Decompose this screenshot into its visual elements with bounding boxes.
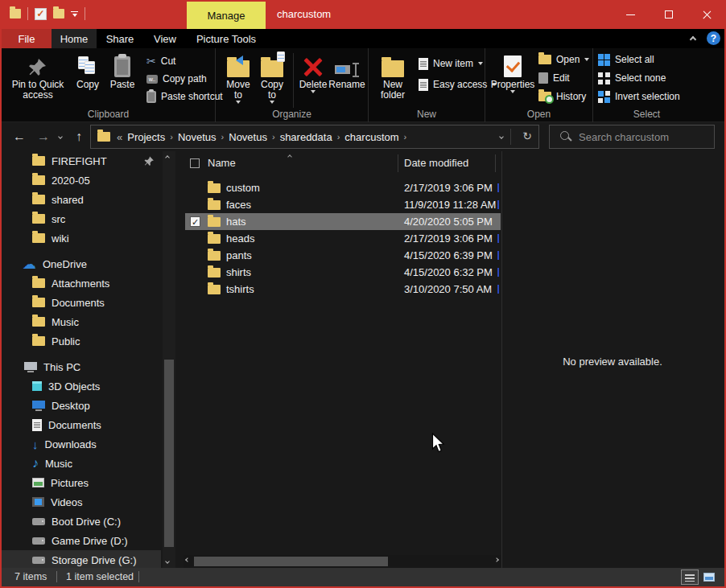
cut-label: Cut bbox=[161, 56, 176, 67]
pin-to-quick-access-button[interactable]: Pin to Quick access bbox=[6, 50, 69, 101]
copy-path-button[interactable]: w.. Copy path bbox=[146, 70, 207, 88]
qat-checkmark-icon[interactable]: ✓ bbox=[35, 8, 47, 20]
new-item-button[interactable]: New item bbox=[419, 55, 483, 72]
column-separator[interactable] bbox=[398, 154, 398, 172]
close-button[interactable] bbox=[688, 0, 726, 29]
copy-to-button[interactable]: Copy to bbox=[256, 50, 288, 104]
sidebar-item-storage-drive[interactable]: Storage Drive (G:) bbox=[2, 550, 161, 568]
properties-button[interactable]: Properties bbox=[490, 50, 535, 93]
scroll-left-icon[interactable] bbox=[185, 557, 190, 562]
edit-button[interactable]: Edit bbox=[538, 69, 570, 87]
rename-button[interactable]: Rename bbox=[327, 50, 367, 90]
sidebar-item-wiki[interactable]: wiki bbox=[2, 228, 161, 248]
delete-button[interactable]: Delete bbox=[296, 50, 330, 93]
back-button[interactable]: ← bbox=[8, 125, 31, 148]
contextual-tab-manage[interactable]: Manage bbox=[187, 2, 266, 29]
sidebar-item-firefight[interactable]: FIREFIGHT bbox=[2, 151, 161, 171]
breadcrumb-segment[interactable]: Novetus bbox=[225, 131, 270, 143]
search-box[interactable] bbox=[549, 125, 715, 149]
sidebar-item-onedrive[interactable]: ☁ OneDrive bbox=[2, 254, 161, 273]
close-icon bbox=[702, 10, 712, 20]
qat-customize-icon[interactable] bbox=[71, 11, 78, 17]
refresh-icon[interactable]: ↻ bbox=[522, 130, 532, 142]
breadcrumb[interactable]: « Projects › Novetus › Novetus › sharedd… bbox=[90, 125, 539, 149]
large-icons-view-button[interactable] bbox=[700, 569, 718, 585]
minimize-button[interactable] bbox=[612, 0, 650, 29]
breadcrumb-segment[interactable]: Novetus bbox=[175, 131, 220, 143]
horizontal-scrollbar-thumb[interactable] bbox=[194, 557, 388, 566]
breadcrumb-segment-current[interactable]: charcustom bbox=[341, 131, 402, 143]
select-all-checkbox[interactable] bbox=[190, 158, 200, 168]
this-pc-icon bbox=[24, 362, 37, 372]
file-row-tshirts[interactable]: tshirts 3/10/2020 7:50 AM bbox=[185, 281, 501, 298]
sidebar-item-3d-objects[interactable]: 3D Objects bbox=[2, 376, 161, 396]
column-separator[interactable] bbox=[495, 154, 496, 172]
sidebar-scrollbar[interactable] bbox=[163, 151, 175, 568]
select-none-button[interactable]: Select none bbox=[598, 69, 666, 87]
file-row-faces[interactable]: faces 11/9/2019 11:28 AM bbox=[185, 196, 501, 213]
maximize-button[interactable] bbox=[650, 0, 687, 29]
address-dropdown-icon[interactable] bbox=[499, 134, 504, 139]
tab-share[interactable]: Share bbox=[97, 29, 143, 48]
paste-button[interactable]: Paste bbox=[105, 50, 140, 90]
sidebar-item-this-pc[interactable]: This PC bbox=[2, 357, 161, 376]
sidebar-item-boot-drive[interactable]: Boot Drive (C:) bbox=[2, 512, 161, 531]
paste-shortcut-button[interactable]: Paste shortcut bbox=[146, 88, 223, 105]
pin-icon bbox=[28, 50, 47, 77]
invert-selection-button[interactable]: Invert selection bbox=[598, 88, 680, 105]
history-button[interactable]: History bbox=[538, 88, 586, 105]
sidebar-item-src[interactable]: src bbox=[2, 209, 161, 228]
details-view-button[interactable] bbox=[681, 569, 699, 585]
sidebar-item-videos[interactable]: Videos bbox=[2, 492, 161, 512]
tab-picture-tools[interactable]: Picture Tools bbox=[187, 29, 266, 48]
copy-button[interactable]: Copy bbox=[71, 50, 105, 90]
breadcrumb-segment[interactable]: Projects bbox=[124, 131, 168, 143]
sidebar-scrollbar-thumb[interactable] bbox=[164, 360, 174, 547]
up-button[interactable]: ↑ bbox=[68, 125, 90, 148]
breadcrumb-segment[interactable]: shareddata bbox=[277, 131, 336, 143]
help-icon[interactable]: ? bbox=[707, 31, 720, 45]
sidebar-item-shared[interactable]: shared bbox=[2, 190, 161, 209]
tab-file[interactable]: File bbox=[2, 29, 52, 48]
qat-folder-icon[interactable] bbox=[10, 9, 21, 19]
sidebar-item-public[interactable]: Public bbox=[2, 331, 161, 351]
file-row-pants[interactable]: pants 4/15/2020 6:39 PM bbox=[185, 247, 501, 264]
file-row-shirts[interactable]: shirts 4/15/2020 6:32 PM bbox=[185, 264, 501, 281]
collapse-ribbon-icon[interactable] bbox=[690, 36, 696, 43]
move-to-button[interactable]: Move to bbox=[222, 50, 254, 104]
sidebar-item-onedrive-music[interactable]: Music bbox=[2, 312, 161, 331]
sidebar-item-attachments[interactable]: Attachments bbox=[2, 273, 161, 293]
new-folder-button[interactable]: New folder bbox=[375, 50, 410, 101]
sidebar-item-desktop[interactable]: Desktop bbox=[2, 396, 161, 415]
select-all-button[interactable]: Select all bbox=[598, 51, 654, 68]
breadcrumb-overflow[interactable]: « bbox=[115, 131, 124, 143]
search-input[interactable] bbox=[579, 131, 699, 143]
recent-locations-button[interactable] bbox=[53, 125, 68, 148]
tab-home[interactable]: Home bbox=[52, 29, 97, 48]
sidebar-item-music[interactable]: ♪Music bbox=[2, 454, 161, 473]
file-row-heads[interactable]: heads 2/17/2019 3:06 PM bbox=[185, 230, 501, 247]
column-header-name[interactable]: Name bbox=[208, 157, 236, 169]
cut-button[interactable]: ✂ Cut bbox=[146, 52, 175, 70]
horizontal-scrollbar[interactable] bbox=[184, 555, 501, 568]
file-row-hats-selected[interactable]: ✓ hats 4/20/2020 5:05 PM bbox=[185, 213, 501, 230]
file-row-custom[interactable]: custom 2/17/2019 3:06 PM bbox=[185, 179, 501, 196]
open-button[interactable]: Open bbox=[538, 51, 589, 68]
pin-to-quick-access-label: Pin to Quick access bbox=[6, 80, 69, 101]
sidebar-item-downloads[interactable]: ↓Downloads bbox=[2, 434, 161, 454]
sidebar-item-game-drive[interactable]: Game Drive (D:) bbox=[2, 531, 161, 550]
sidebar-item-onedrive-documents[interactable]: Documents bbox=[2, 293, 161, 312]
sidebar-item-documents[interactable]: Documents bbox=[2, 415, 161, 434]
tab-view[interactable]: View bbox=[143, 29, 187, 48]
chevron-down-icon bbox=[58, 134, 63, 139]
column-header-date-modified[interactable]: Date modified bbox=[404, 157, 468, 169]
sidebar-item-pictures[interactable]: Pictures bbox=[2, 473, 161, 492]
scroll-right-icon[interactable] bbox=[494, 557, 499, 562]
rename-icon bbox=[335, 50, 359, 77]
row-checkbox-checked[interactable]: ✓ bbox=[190, 216, 200, 227]
sidebar-item-2020-05[interactable]: 2020-05 bbox=[2, 171, 161, 190]
scroll-down-icon[interactable] bbox=[165, 559, 170, 564]
qat-folder2-icon[interactable] bbox=[53, 9, 64, 19]
scroll-up-icon[interactable] bbox=[165, 155, 170, 160]
forward-button[interactable]: → bbox=[32, 125, 55, 148]
